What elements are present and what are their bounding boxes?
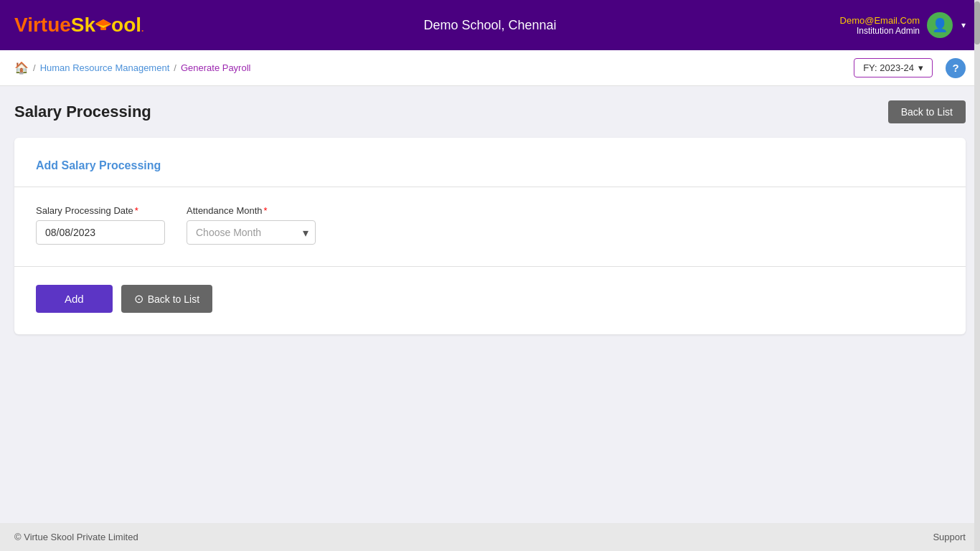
form-row: Salary Processing Date* Attendance Month… — [36, 205, 944, 245]
required-star-date: * — [135, 205, 138, 216]
breadcrumb-hrm-link[interactable]: Human Resource Management — [40, 62, 170, 73]
attendance-month-wrapper: Choose Month January February March Apri… — [187, 220, 316, 245]
add-button[interactable]: Add — [36, 285, 113, 313]
required-star-month: * — [264, 205, 268, 216]
form-divider-bottom — [14, 266, 966, 267]
home-icon[interactable]: 🏠 — [14, 61, 29, 75]
scrollbar-thumb[interactable] — [974, 1, 980, 44]
attendance-month-group: Attendance Month* Choose Month January F… — [187, 205, 316, 245]
logo-cap-icon — [95, 19, 111, 32]
fy-arrow-icon: ▾ — [918, 62, 923, 73]
form-section-title: Add Salary Processing — [36, 159, 944, 172]
user-dropdown-arrow[interactable]: ▾ — [961, 20, 966, 30]
logo: VirtueSk ool. — [14, 14, 143, 37]
fy-label: FY: 2023-24 — [863, 62, 914, 73]
user-role: Institution Admin — [857, 26, 920, 36]
main-content: Salary Processing Back to List Add Salar… — [0, 86, 980, 517]
header: VirtueSk ool. Demo School, Chennai Demo@… — [0, 0, 980, 50]
form-card: Add Salary Processing Salary Processing … — [14, 138, 966, 334]
school-name: Demo School, Chennai — [423, 18, 556, 33]
breadcrumb-sep-2: / — [174, 62, 176, 73]
breadcrumb-sep-1: / — [33, 62, 36, 73]
help-button[interactable]: ? — [946, 58, 966, 78]
attendance-month-select[interactable]: Choose Month January February March Apri… — [187, 220, 316, 245]
back-icon: ⊙ — [134, 292, 143, 306]
fy-selector[interactable]: FY: 2023-24 ▾ — [854, 58, 933, 77]
support-link[interactable]: Support — [933, 532, 966, 542]
salary-processing-date-input[interactable] — [36, 220, 165, 245]
scrollbar[interactable] — [974, 0, 980, 551]
breadcrumb: 🏠 / Human Resource Management / Generate… — [14, 61, 250, 75]
footer: © Virtue Skool Private Limited Support — [0, 523, 980, 551]
breadcrumb-bar: 🏠 / Human Resource Management / Generate… — [0, 50, 980, 86]
copyright: © Virtue Skool Private Limited — [14, 532, 138, 542]
user-area[interactable]: Demo@Email.Com Institution Admin 👤 ▾ — [840, 12, 966, 38]
salary-processing-date-label: Salary Processing Date* — [36, 205, 165, 216]
form-actions: Add ⊙ Back to List — [36, 285, 944, 313]
avatar: 👤 — [927, 12, 953, 38]
page-title: Salary Processing — [14, 103, 151, 121]
back-to-list-top-button[interactable]: Back to List — [888, 100, 966, 123]
breadcrumb-current: Generate Payroll — [181, 62, 251, 73]
salary-processing-date-group: Salary Processing Date* — [36, 205, 165, 245]
back-to-list-label: Back to List — [148, 293, 199, 305]
page-header: Salary Processing Back to List — [14, 100, 966, 123]
attendance-month-label: Attendance Month* — [187, 205, 316, 216]
user-email: Demo@Email.Com — [840, 15, 920, 26]
back-to-list-button[interactable]: ⊙ Back to List — [121, 285, 212, 313]
form-divider-top — [14, 187, 966, 187]
